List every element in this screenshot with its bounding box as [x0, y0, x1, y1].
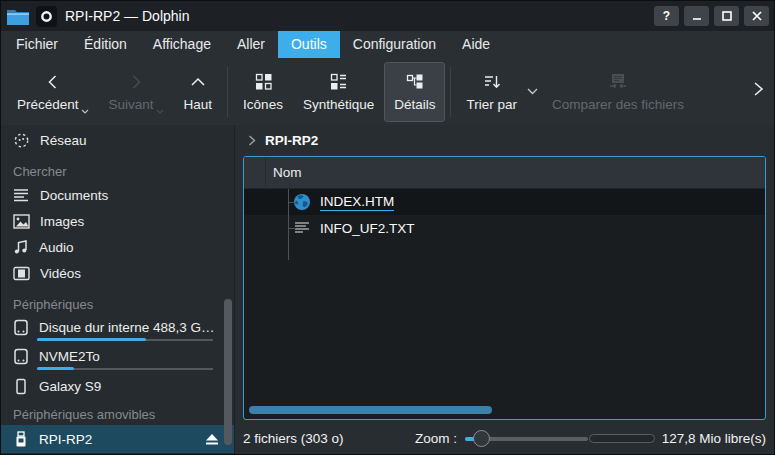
details-view-icon: [406, 72, 424, 92]
file-row-info-uf2-txt[interactable]: INFO_UF2.TXT: [244, 215, 765, 241]
hard-drive-icon: [13, 348, 29, 365]
sidebar-item-reseau[interactable]: Réseau: [1, 127, 234, 153]
maximize-button[interactable]: [714, 6, 739, 26]
sidebar-item-audio[interactable]: Audio: [1, 234, 234, 260]
compare-files-button: Comparer des fichiers: [542, 62, 694, 122]
view-icons-button[interactable]: Icônes: [233, 62, 293, 122]
icons-view-icon: [255, 72, 272, 92]
chevron-right-icon: [128, 72, 144, 92]
eject-button[interactable]: [204, 433, 220, 446]
usb-drive-icon: [13, 431, 29, 448]
menu-configuration[interactable]: Configuration: [340, 31, 449, 58]
chevron-left-icon: [45, 72, 61, 92]
film-icon: [13, 266, 30, 281]
menu-outils[interactable]: Outils: [278, 31, 340, 58]
chevron-down-icon: [81, 109, 89, 114]
tree-branch-line: [288, 189, 289, 260]
disk-usage-bar: [37, 339, 213, 341]
section-peripheriques-amovibles: Périphériques amovibles: [1, 405, 234, 425]
window-title: RPI-RP2 — Dolphin: [65, 8, 190, 24]
chevron-up-icon: [190, 72, 206, 92]
free-space-bar: [589, 434, 655, 443]
menu-edition[interactable]: Édition: [71, 31, 140, 58]
sort-button[interactable]: Trier par: [456, 62, 527, 122]
expander-column: [244, 157, 266, 188]
zoom-slider-handle[interactable]: [473, 430, 490, 447]
chevron-down-icon[interactable]: [527, 88, 538, 95]
toolbar: Précédent Suivant Haut: [1, 58, 774, 125]
close-button[interactable]: [744, 6, 769, 26]
view-compact-button[interactable]: Synthétique: [293, 62, 384, 122]
app-icon: [36, 6, 57, 27]
sidebar-item-rpi-rp2[interactable]: RPI-RP2: [1, 425, 234, 453]
sidebar-item-videos[interactable]: Vidéos: [1, 260, 234, 286]
sort-icon: [483, 72, 501, 92]
places-panel: Réseau Chercher Documents: [1, 125, 235, 455]
tree-branch-line: [288, 202, 296, 203]
folder-view: RPI-RP2 Nom: [235, 125, 774, 455]
phone-icon: [13, 378, 29, 395]
free-space-label: 127,8 Mio libre(s): [662, 431, 766, 446]
menu-aide[interactable]: Aide: [449, 31, 503, 58]
file-name[interactable]: INDEX.HTM: [320, 194, 394, 211]
breadcrumb[interactable]: RPI-RP2: [235, 125, 774, 156]
section-chercher: Chercher: [1, 162, 234, 182]
column-header-row: Nom: [244, 157, 765, 189]
hard-drive-icon: [13, 319, 29, 336]
titlebar[interactable]: RPI-RP2 — Dolphin ?: [1, 1, 774, 31]
files-summary: 2 fichiers (303 o): [243, 431, 344, 446]
file-row-index-htm[interactable]: INDEX.HTM: [244, 189, 765, 215]
horizontal-scrollbar[interactable]: [249, 406, 492, 414]
sidebar-scrollbar[interactable]: [224, 299, 232, 445]
chevron-right-icon: [248, 135, 256, 146]
minimize-button[interactable]: [684, 6, 709, 26]
menubar: Fichier Édition Affichage Aller Outils C…: [1, 31, 774, 58]
compare-files-icon: [608, 72, 628, 92]
toolbar-overflow-button[interactable]: [752, 80, 764, 98]
back-button[interactable]: Précédent: [7, 62, 99, 122]
section-peripheriques: Périphériques: [1, 295, 234, 315]
toolbar-separator: [227, 67, 228, 117]
breadcrumb-location[interactable]: RPI-RP2: [265, 133, 318, 148]
file-name[interactable]: INFO_UF2.TXT: [320, 221, 415, 236]
sidebar-item-nvme2to[interactable]: NVME2To: [1, 344, 234, 373]
column-header-nom[interactable]: Nom: [266, 157, 302, 188]
sidebar-item-disque-interne[interactable]: Disque dur interne 488,3 G…: [1, 315, 234, 344]
file-list: Nom: [243, 156, 766, 420]
forward-button: Suivant: [99, 62, 174, 122]
zoom-label: Zoom :: [415, 431, 457, 446]
menu-affichage[interactable]: Affichage: [140, 31, 224, 58]
document-lines-icon: [13, 188, 30, 203]
image-icon: [13, 214, 30, 229]
disk-usage-bar: [37, 368, 213, 370]
network-icon: [13, 132, 30, 149]
view-details-button[interactable]: Détails: [384, 62, 445, 122]
sidebar-item-galaxy-s9[interactable]: Galaxy S9: [1, 373, 234, 399]
menu-fichier[interactable]: Fichier: [3, 31, 71, 58]
zoom-slider[interactable]: [465, 430, 588, 447]
folder-icon: [6, 7, 30, 26]
menu-aller[interactable]: Aller: [224, 31, 278, 58]
sidebar-item-images[interactable]: Images: [1, 208, 234, 234]
dolphin-window: RPI-RP2 — Dolphin ? Fichier Édition Affi…: [0, 0, 775, 455]
music-note-icon: [13, 239, 29, 255]
up-button[interactable]: Haut: [174, 62, 223, 122]
tree-branch-line: [288, 228, 296, 229]
help-button[interactable]: ?: [654, 6, 679, 26]
chevron-down-icon: [156, 109, 164, 114]
toolbar-separator: [450, 67, 451, 117]
sidebar-item-documents[interactable]: Documents: [1, 182, 234, 208]
statusbar: 2 fichiers (303 o) Zoom : 127,8 Mio libr…: [235, 420, 774, 455]
compact-view-icon: [330, 72, 347, 92]
